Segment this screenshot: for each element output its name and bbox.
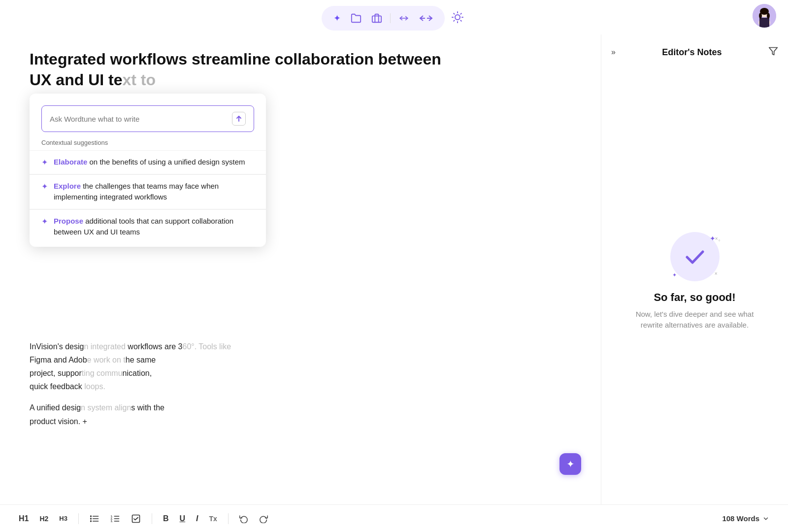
word-count-label: 108 Words xyxy=(722,514,759,523)
toolbar-separator xyxy=(78,513,79,524)
editor-body: InVision's design integrated workflows a… xyxy=(30,340,571,428)
sidebar-filter-btn[interactable] xyxy=(768,46,778,58)
shorten-icon-btn[interactable] xyxy=(394,11,413,25)
svg-point-4 xyxy=(455,15,460,20)
fab-button[interactable]: ✦ xyxy=(559,453,581,475)
sidebar-good-desc: Now, let's dive deeper and see what rewr… xyxy=(631,309,759,331)
body-para-2: A unified design system aligns with the … xyxy=(30,401,571,428)
svg-point-18 xyxy=(759,13,762,19)
toolbar-separator xyxy=(152,513,152,524)
svg-marker-21 xyxy=(769,48,778,55)
popup-input-wrap xyxy=(41,105,254,132)
lightbulb-btn[interactable] xyxy=(449,8,466,29)
suggestion-text-3: Propose additional tools that can suppor… xyxy=(54,216,258,238)
suggestion-text-2: Explore the challenges that teams may fa… xyxy=(54,181,258,203)
word-count-button[interactable]: 108 Words xyxy=(718,511,773,526)
star-icon: ✦ xyxy=(41,158,48,167)
top-toolbar: ✦ xyxy=(0,0,788,34)
undo-button[interactable] xyxy=(235,511,252,526)
sparkle-icon: × xyxy=(715,271,718,276)
briefcase-icon-btn[interactable] xyxy=(367,10,386,27)
svg-line-8 xyxy=(460,20,461,21)
check-circle: ✦ ✦ ° × × xyxy=(670,232,720,281)
svg-line-7 xyxy=(454,13,454,14)
numbered-list-button[interactable]: 1. 2. 3. xyxy=(106,511,124,527)
svg-rect-16 xyxy=(759,18,769,28)
svg-point-27 xyxy=(91,521,92,522)
suggestion-item[interactable]: ✦ Explore the challenges that teams may … xyxy=(30,174,266,209)
folder-icon-btn[interactable] xyxy=(347,10,365,27)
body-para-1: InVision's design integrated workflows a… xyxy=(30,340,571,394)
strikethrough-button[interactable]: Tx xyxy=(205,512,221,526)
star-icon: ✦ xyxy=(41,217,48,226)
wordtune-input[interactable] xyxy=(50,115,232,123)
wordtune-popup: Contextual suggestions ✦ Elaborate on th… xyxy=(30,94,266,247)
avatar[interactable] xyxy=(753,4,776,28)
bullets-button[interactable] xyxy=(86,511,103,527)
svg-line-12 xyxy=(460,13,461,14)
toolbar-divider xyxy=(390,13,391,23)
sparkle-icon: × xyxy=(715,236,718,241)
main-area: Integrated workflows streamline collabor… xyxy=(0,34,788,504)
bottom-toolbar: H1 H2 H3 1. 2. 3. B U I Tx xyxy=(0,504,788,532)
sidebar-content: ✦ ✦ ° × × So far, so good! Now, let's di… xyxy=(601,66,788,497)
sparkle-icon: ✦ xyxy=(672,272,677,278)
checkbox-button[interactable] xyxy=(127,511,145,527)
word-count-section: 108 Words xyxy=(718,511,773,526)
suggestion-text-1: Elaborate on the benefits of using a uni… xyxy=(54,157,245,168)
expand-icon-btn[interactable] xyxy=(415,11,437,25)
contextual-label: Contextual suggestions xyxy=(30,132,266,150)
svg-line-11 xyxy=(454,20,454,21)
sidebar-good-title: So far, so good! xyxy=(654,291,735,304)
sidebar-title: Editor's Notes xyxy=(662,47,722,58)
h3-button[interactable]: H3 xyxy=(55,512,71,525)
sidebar-expand-btn[interactable]: » xyxy=(611,48,616,57)
sidebar-header: » Editor's Notes xyxy=(601,42,788,66)
svg-point-25 xyxy=(91,516,92,517)
svg-text:3.: 3. xyxy=(111,519,113,522)
suggestion-item[interactable]: ✦ Propose additional tools that can supp… xyxy=(30,209,266,247)
svg-point-19 xyxy=(767,13,770,19)
redo-button[interactable] xyxy=(255,511,272,526)
star-icon-btn[interactable]: ✦ xyxy=(329,10,345,27)
editor-area: Integrated workflows streamline collabor… xyxy=(0,34,601,504)
italic-button[interactable]: I xyxy=(192,511,202,526)
sparkle-icon: ° xyxy=(719,239,721,244)
suggestion-item[interactable]: ✦ Elaborate on the benefits of using a u… xyxy=(30,150,266,174)
right-sidebar: » Editor's Notes ✦ ✦ ° × × So far, so go… xyxy=(601,34,788,504)
svg-point-26 xyxy=(91,518,92,519)
star-icon: ✦ xyxy=(41,182,48,191)
toolbar-separator xyxy=(228,513,229,524)
popup-submit-btn[interactable] xyxy=(232,112,246,126)
h1-button[interactable]: H1 xyxy=(15,511,33,526)
svg-rect-0 xyxy=(372,16,381,22)
toolbar-pill: ✦ xyxy=(322,6,445,31)
h2-button[interactable]: H2 xyxy=(35,512,52,526)
underline-button[interactable]: U xyxy=(176,511,190,526)
bold-button[interactable]: B xyxy=(159,511,173,526)
